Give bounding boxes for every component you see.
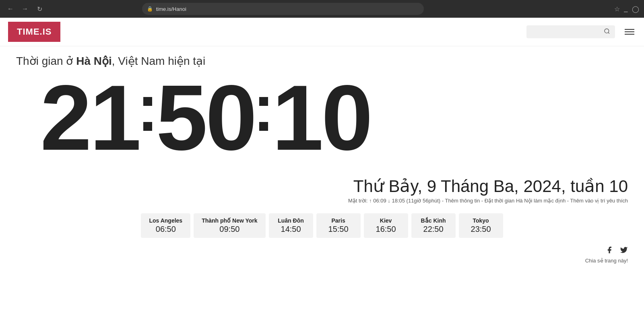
browser-actions: ☆ ⎯ ◯ [614, 5, 639, 13]
search-icon [604, 28, 610, 36]
city-card[interactable]: Bắc Kinh 22:50 [411, 213, 456, 238]
twitter-icon[interactable] [620, 246, 628, 256]
colon-dot-top-2 [259, 97, 268, 106]
clock-minutes: 50 [156, 72, 255, 164]
city-time: 09:50 [202, 225, 257, 234]
city-card[interactable]: Tokyo 23:50 [459, 213, 503, 238]
clock-colon-1 [143, 97, 152, 131]
city-card[interactable]: Thành phố New York 09:50 [194, 213, 265, 238]
clock-hours: 21 [40, 72, 139, 164]
search-container [526, 25, 615, 38]
refresh-button[interactable]: ↻ [34, 3, 45, 14]
subtitle-suffix: , Việt Nam hiện tại [112, 55, 206, 67]
world-clocks: Los Angeles 06:50 Thành phố New York 09:… [0, 213, 644, 238]
site-logo[interactable]: TIME.IS [8, 22, 60, 42]
clock-colon-2 [259, 97, 268, 131]
city-name: Paris [324, 217, 353, 224]
browser-chrome: ← → ↻ 🔒 time.is/Hanoi ☆ ⎯ ◯ [0, 0, 644, 18]
hamburger-line-3 [625, 34, 634, 35]
city-time: 15:50 [324, 225, 353, 234]
site-header: TIME.IS [0, 18, 644, 46]
colon-dot-bottom-2 [259, 122, 268, 131]
header-right [526, 25, 636, 38]
subtitle-prefix: Thời gian ở [16, 55, 76, 67]
hamburger-menu-button[interactable] [623, 27, 636, 36]
city-card[interactable]: Los Angeles 06:50 [141, 213, 190, 238]
back-button[interactable]: ← [5, 3, 16, 14]
main-content: Thời gian ở Hà Nội, Việt Nam hiện tại 21… [0, 46, 644, 172]
hamburger-line-1 [625, 29, 634, 30]
sun-info: Mặt trời: ↑ 06:09 ↓ 18:05 (11giờ 56phút)… [0, 198, 628, 204]
svg-point-0 [605, 29, 609, 33]
lock-icon: 🔒 [147, 6, 153, 12]
city-card[interactable]: Luân Đôn 14:50 [269, 213, 313, 238]
city-name: Luân Đôn [277, 217, 305, 224]
city-time: 22:50 [419, 225, 448, 234]
city-name: Tokyo [467, 217, 495, 224]
social-icons [605, 246, 628, 256]
bookmark-button[interactable]: ☆ [614, 5, 620, 13]
city-name: Thành phố New York [202, 217, 257, 224]
extensions-button[interactable]: ⎯ [624, 5, 628, 12]
clock-display: 21 50 10 [16, 72, 628, 164]
forward-button[interactable]: → [19, 3, 31, 14]
profile-button[interactable]: ◯ [632, 5, 639, 13]
share-label: Chia sẻ trang này! [585, 258, 628, 264]
svg-line-1 [608, 33, 609, 34]
city-time: 23:50 [467, 225, 495, 234]
social-share: Chia sẻ trang này! [0, 238, 644, 268]
facebook-icon[interactable] [605, 246, 613, 256]
clock-seconds: 10 [272, 72, 371, 164]
city-name: Los Angeles [149, 217, 182, 224]
colon-dot-top [143, 97, 152, 106]
colon-dot-bottom [143, 122, 152, 131]
city-card[interactable]: Kiev 16:50 [364, 213, 408, 238]
hamburger-line-2 [625, 31, 634, 32]
date-info: Thứ Bảy, 9 Tháng Ba, 2024, tuần 10 Mặt t… [0, 176, 644, 204]
subtitle-city: Hà Nội [76, 55, 112, 67]
address-bar[interactable]: 🔒 time.is/Hanoi [142, 3, 424, 15]
date-text: Thứ Bảy, 9 Tháng Ba, 2024, tuần 10 [0, 176, 628, 196]
city-time: 16:50 [372, 225, 400, 234]
city-time: 14:50 [277, 225, 305, 234]
city-card[interactable]: Paris 15:50 [316, 213, 361, 238]
city-name: Bắc Kinh [419, 217, 448, 224]
city-time: 06:50 [149, 225, 182, 234]
url-text: time.is/Hanoi [156, 6, 186, 12]
search-input[interactable] [526, 25, 615, 38]
city-name: Kiev [372, 217, 400, 224]
